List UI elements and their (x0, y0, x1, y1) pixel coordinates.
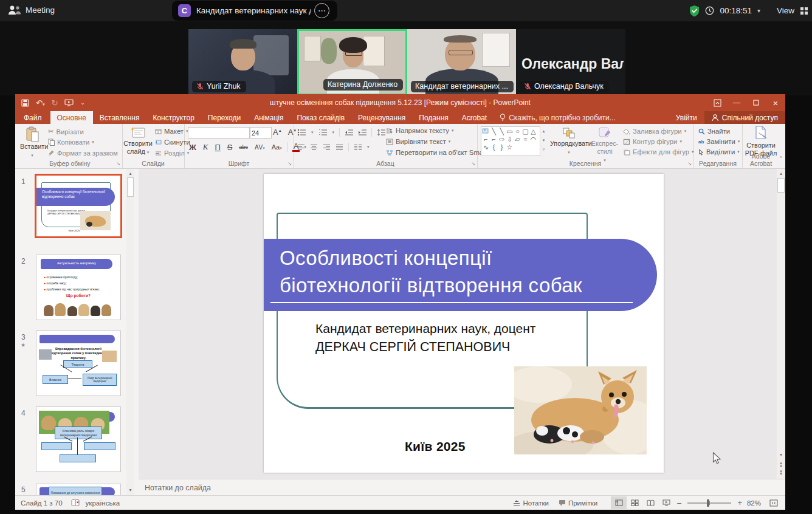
editor-scroll-up-icon[interactable]: ▴ (777, 171, 785, 176)
bullets-icon[interactable] (297, 129, 306, 136)
shape-star-icon[interactable]: ☆ (506, 143, 514, 151)
tab-acrobat[interactable]: Acrobat (455, 111, 494, 124)
shape-arc-icon[interactable]: ◠ (529, 135, 537, 143)
shapes-gallery[interactable]: ╲ ╲ ▭ ○ ▢ △ ⌐ ⌐ ⇨ ⇩ ▱ ≈ ◠ ∿ { } ☆ (481, 126, 540, 156)
meeting-tab[interactable]: Meeting (26, 5, 55, 15)
video-tile-kandydat[interactable]: Кандидат ветеринарних ... (407, 29, 516, 95)
shape-elbow-icon[interactable]: ⌐ (482, 135, 490, 143)
view-grid-icon[interactable] (800, 7, 808, 15)
fit-to-window-button[interactable] (766, 496, 782, 509)
tab-home[interactable]: Основне (50, 111, 93, 124)
panel-scroll-down-icon[interactable]: ▾ (126, 487, 134, 493)
select-button[interactable]: Виділити▾ (698, 148, 740, 156)
paragraph-dialog-launcher-icon[interactable]: ↘ (471, 161, 475, 166)
text-direction-button[interactable]: Напрямок тексту▾ (386, 127, 453, 134)
shape-elbow-arrow-icon[interactable]: ⌐ (490, 135, 498, 143)
shape-brace-left-icon[interactable]: { (490, 143, 498, 151)
find-button[interactable]: Знайти (698, 128, 730, 135)
increase-indent-icon[interactable] (358, 129, 366, 136)
panel-scroll-up-icon[interactable]: ▴ (126, 171, 134, 176)
font-family-combo[interactable] (188, 127, 250, 139)
slide-canvas[interactable]: Особливості концепції біотехнології відт… (264, 174, 664, 473)
text-shadow-button[interactable]: abc (238, 144, 249, 150)
slideshow-view-button[interactable] (658, 496, 674, 509)
shape-parallelogram-icon[interactable]: ▱ (514, 135, 521, 143)
copy-button[interactable]: Копіювати▾ (48, 139, 94, 146)
panel-scrollbar-thumb[interactable] (127, 177, 134, 197)
collapse-ribbon-icon[interactable]: ⌃ (779, 156, 783, 162)
clipboard-dialog-launcher-icon[interactable]: ↘ (116, 161, 120, 166)
new-slide-button[interactable]: Створити слайд ▾ (123, 126, 153, 156)
replace-button[interactable]: ab Замінити▾ (698, 138, 740, 145)
slide-footer[interactable]: Київ 2025 (405, 439, 466, 454)
spellcheck-icon[interactable] (71, 499, 80, 507)
shape-curve-icon[interactable]: ∿ (482, 143, 490, 151)
comments-toggle-button[interactable]: Примітки (554, 496, 602, 510)
numbering-icon[interactable] (318, 129, 328, 136)
tab-slideshow[interactable]: Показ слайдів (290, 111, 351, 124)
tab-transitions[interactable]: Переходи (201, 111, 247, 124)
drawing-dialog-launcher-icon[interactable]: ↘ (687, 161, 692, 166)
tab-more-options-icon[interactable]: ⋯ (314, 3, 329, 18)
timer-chevron-down-icon[interactable]: ▾ (757, 7, 760, 14)
slide-thumbnail-4[interactable]: Ключова роль лікаря ветеринарної медицин… (36, 407, 120, 471)
shape-rectangle-icon[interactable]: ▭ (506, 128, 514, 135)
layout-button[interactable]: Макет▾ (155, 128, 188, 135)
change-case-button[interactable]: Aa▾ (270, 143, 283, 151)
video-tile-oleksandr-valchuk[interactable]: Олександр Вал... Олександр Вальчук (516, 29, 625, 95)
slide-thumbnail-5[interactable]: Показання до штучного осіменіння (36, 484, 120, 495)
shape-textbox-icon[interactable] (482, 128, 490, 135)
format-painter-button[interactable]: Формат за зразком (48, 149, 118, 157)
justify-icon[interactable] (335, 144, 343, 151)
slide-thumbnail-2[interactable]: Актуальність напрямку ● отримання припло… (36, 255, 120, 320)
slide-author-line1[interactable]: Кандидат ветеринарних наук, доцент (315, 321, 535, 336)
underline-button[interactable]: П (213, 143, 221, 152)
bold-button[interactable]: Ж (188, 143, 198, 152)
slide-title-banner[interactable]: Особливості концепції біотехнології відт… (264, 239, 657, 311)
slide-author-line2[interactable]: ДЕРКАЧ СЕРГІЙ СТЕПАНОВИЧ (315, 340, 510, 355)
slide-sorter-view-button[interactable] (627, 496, 642, 509)
language-indicator[interactable]: українська (86, 499, 120, 507)
tab-insert[interactable]: Вставлення (93, 111, 146, 124)
slide-thumbnail-1[interactable]: Особливості концепції біотехнології відт… (36, 176, 120, 236)
security-shield-icon[interactable] (689, 5, 700, 17)
shape-down-arrow-icon[interactable]: ⇩ (506, 135, 514, 143)
tab-review[interactable]: Рецензування (351, 111, 412, 124)
slide-thumbnail-3[interactable]: Впровадження біотехнології відтворення с… (36, 331, 120, 396)
slide-dog-photo[interactable] (514, 366, 647, 454)
character-spacing-button[interactable]: АV▾ (253, 144, 266, 151)
close-button[interactable]: × (766, 94, 785, 111)
shape-line-icon[interactable]: ╲ (490, 128, 498, 135)
italic-button[interactable]: К (202, 142, 210, 152)
notes-toggle-button[interactable]: Нотатки (508, 496, 553, 510)
shape-outline-button[interactable]: Контур фігури▾ (623, 138, 682, 145)
view-menu[interactable]: View (777, 6, 794, 15)
zoom-in-button[interactable]: + (735, 496, 745, 510)
font-size-combo[interactable] (250, 127, 272, 139)
shape-right-arrow-icon[interactable]: ⇨ (498, 135, 506, 143)
notes-pane[interactable]: Нотатки до слайда (139, 479, 785, 496)
next-slide-button[interactable]: ▾▾ (777, 470, 785, 475)
qat-customize-icon[interactable]: ⌄ (80, 100, 85, 106)
zoom-slider-thumb[interactable] (707, 499, 709, 507)
panel-scrollbar[interactable]: ▴ ▾ (126, 169, 134, 495)
decrease-indent-icon[interactable] (345, 129, 353, 136)
font-dialog-launcher-icon[interactable]: ↘ (287, 161, 292, 166)
zoom-slider[interactable] (687, 502, 731, 504)
align-text-button[interactable]: Вирівняти текст▾ (386, 138, 450, 145)
tab-design[interactable]: Конструктор (146, 111, 201, 124)
ribbon-display-options-icon[interactable] (707, 94, 727, 111)
shapes-gallery-scroll[interactable]: ▴▾▿ (540, 126, 547, 155)
editor-scroll-down-icon[interactable]: ▾ (777, 452, 785, 457)
video-tile-yurii-zhuk[interactable]: Yurii Zhuk (188, 29, 297, 95)
share-button[interactable]: Спільний доступ (704, 111, 785, 124)
strikethrough-button[interactable]: S (226, 143, 234, 152)
start-slideshow-icon[interactable] (64, 99, 74, 106)
undo-icon[interactable]: ↶▾ (36, 98, 44, 108)
editor-scrollbar-thumb[interactable] (777, 178, 785, 193)
shape-scribble-icon[interactable]: ≈ (521, 135, 529, 143)
tell-me-box[interactable]: Скажіть, що потрібно зробити... (494, 111, 622, 124)
sign-in-button[interactable]: Увійти (669, 114, 704, 122)
reading-view-button[interactable] (642, 496, 658, 509)
zoom-out-button[interactable]: − (674, 496, 684, 510)
